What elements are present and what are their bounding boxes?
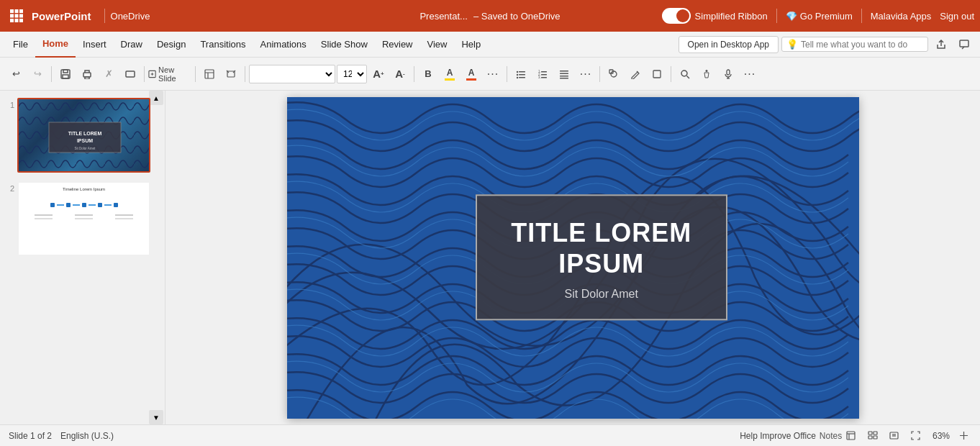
mic-button[interactable]	[718, 64, 738, 84]
slide-canvas: TITLE LOREM IPSUM Sit Dolor Amet	[287, 97, 859, 419]
normal-view-button[interactable]	[843, 428, 859, 444]
svg-rect-59	[874, 436, 877, 439]
svg-point-37	[681, 70, 687, 76]
filename-area: Presentat... – Saved to OneDrive	[419, 11, 560, 22]
spell-check-button[interactable]: ✗	[99, 64, 119, 84]
toolbar: ↩ ↪ ✗ New Slide 12 A+ A- B A A ···	[0, 58, 980, 91]
shapes-button[interactable]	[604, 64, 624, 84]
menu-review[interactable]: Review	[375, 32, 420, 58]
save-button[interactable]	[55, 64, 76, 84]
svg-rect-11	[63, 70, 68, 73]
svg-rect-27	[541, 74, 547, 76]
slide-title-box[interactable]: TITLE LOREM IPSUM Sit Dolor Amet	[476, 194, 727, 320]
separator	[414, 66, 414, 82]
zoom-in-button[interactable]	[956, 428, 971, 444]
svg-rect-57	[874, 432, 877, 434]
highlight-color-button[interactable]: A	[440, 64, 460, 84]
malavida-apps-link[interactable]: Malavida Apps	[871, 11, 932, 22]
search-toolbar-button[interactable]	[675, 64, 695, 84]
svg-text:TITLE LOREM: TITLE LOREM	[68, 131, 102, 136]
menu-slideshow[interactable]: Slide Show	[314, 32, 375, 58]
sign-out-button[interactable]: Sign out	[940, 11, 974, 22]
new-slide-button[interactable]: New Slide	[148, 64, 191, 84]
redo-button[interactable]: ↪	[27, 64, 47, 84]
menu-help[interactable]: Help	[454, 32, 488, 58]
more-toolbar-button[interactable]: ···	[740, 64, 760, 84]
simplified-ribbon-toggle[interactable]	[662, 8, 691, 24]
slide-number-2: 2	[4, 184, 14, 193]
more-text-button[interactable]: ···	[483, 64, 503, 84]
svg-text:3.: 3.	[538, 76, 541, 79]
title-bar: PowerPoint OneDrive Presentat... – Saved…	[0, 0, 980, 32]
search-input[interactable]	[801, 40, 923, 50]
waffle-icon[interactable]	[6, 0, 27, 32]
menu-transitions[interactable]: Transitions	[193, 32, 253, 58]
simplified-ribbon-label: Simplified Ribbon	[695, 11, 768, 22]
more-para-button[interactable]: ···	[576, 64, 596, 84]
titlebar-right: Simplified Ribbon 💎 Go Premium Malavida …	[662, 8, 974, 24]
menu-animations[interactable]: Animations	[253, 32, 314, 58]
print-button[interactable]	[77, 64, 97, 84]
scroll-up-button[interactable]: ▲	[149, 91, 163, 105]
menu-file[interactable]: File	[6, 32, 35, 58]
fit-slide-button[interactable]	[908, 428, 924, 444]
svg-rect-30	[560, 70, 568, 72]
share-icon[interactable]	[931, 35, 951, 55]
outline-color-button[interactable]	[647, 64, 667, 84]
svg-point-18	[517, 70, 518, 72]
format-button[interactable]	[120, 64, 140, 84]
menu-draw[interactable]: Draw	[114, 32, 150, 58]
font-name-selector[interactable]	[249, 65, 335, 83]
separator	[51, 66, 52, 82]
resize-button[interactable]	[221, 64, 241, 84]
svg-text:IPSUM: IPSUM	[77, 138, 93, 143]
menu-design[interactable]: Design	[150, 32, 193, 58]
slide-main-title: TITLE LOREM IPSUM	[499, 217, 704, 279]
bullets-button[interactable]	[511, 64, 531, 84]
slide-sorter-button[interactable]	[865, 428, 881, 444]
separator	[861, 9, 862, 23]
notes-button[interactable]: Notes	[822, 428, 838, 444]
reading-view-button[interactable]	[886, 428, 902, 444]
separator	[195, 66, 196, 82]
fill-color-button[interactable]	[625, 64, 645, 84]
accessibility-button[interactable]	[697, 64, 717, 84]
menu-view[interactable]: View	[420, 32, 455, 58]
svg-rect-12	[63, 75, 68, 78]
layout-button[interactable]	[199, 64, 219, 84]
go-premium-button[interactable]: 💎 Go Premium	[786, 11, 853, 22]
font-size-selector[interactable]: 12	[337, 65, 367, 83]
bold-button[interactable]: B	[418, 64, 438, 84]
scroll-down-button[interactable]: ▼	[149, 410, 163, 424]
svg-point-34	[611, 71, 617, 77]
undo-button[interactable]: ↩	[6, 64, 26, 84]
svg-rect-25	[541, 71, 547, 73]
open-desktop-button[interactable]: Open in Desktop App	[679, 36, 779, 53]
svg-rect-53	[847, 432, 855, 440]
canvas-area[interactable]: TITLE LOREM IPSUM Sit Dolor Amet	[165, 91, 980, 424]
menu-insert[interactable]: Insert	[76, 32, 114, 58]
increase-font-button[interactable]: A+	[368, 64, 389, 84]
separator	[599, 66, 600, 82]
comment-icon[interactable]	[954, 35, 974, 55]
simplified-ribbon-toggle-container: Simplified Ribbon	[662, 8, 768, 24]
slide-thumb-2: 2 Timeline Lorem Ipsum	[3, 180, 162, 258]
status-right: Help Improve Office Notes 63%	[740, 428, 971, 444]
slide-thumbnail-2[interactable]: Timeline Lorem Ipsum	[17, 181, 150, 256]
font-color-button[interactable]: A	[461, 64, 481, 84]
svg-point-22	[517, 76, 518, 78]
onedrive-label[interactable]: OneDrive	[111, 11, 150, 22]
slide-number-1: 1	[4, 101, 14, 109]
slide-thumbnail-1[interactable]: TITLE LOREM IPSUM Sit Dolor Amet	[17, 98, 150, 173]
menu-home[interactable]: Home	[35, 32, 76, 58]
numbering-button[interactable]: 1.2.3.	[532, 64, 553, 84]
separator	[144, 66, 145, 82]
svg-rect-6	[10, 19, 14, 22]
zoom-level: 63%	[933, 431, 950, 441]
separator	[245, 66, 245, 82]
svg-rect-36	[653, 70, 661, 78]
svg-rect-32	[560, 76, 568, 77]
status-bar: Slide 1 of 2 English (U.S.) Help Improve…	[0, 424, 980, 446]
decrease-font-button[interactable]: A-	[390, 64, 410, 84]
alignment-button[interactable]	[554, 64, 574, 84]
